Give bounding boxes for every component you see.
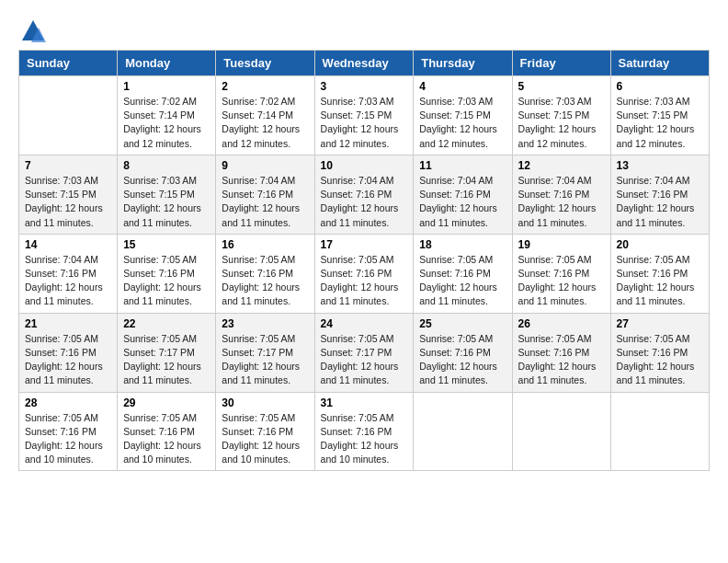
- day-number: 29: [123, 396, 210, 409]
- day-info: Sunrise: 7:02 AMSunset: 7:14 PMDaylight:…: [123, 95, 210, 151]
- calendar-cell: 22Sunrise: 7:05 AMSunset: 7:17 PMDayligh…: [118, 313, 216, 392]
- day-info: Sunrise: 7:05 AMSunset: 7:16 PMDaylight:…: [617, 253, 703, 309]
- day-info: Sunrise: 7:05 AMSunset: 7:16 PMDaylight:…: [321, 253, 408, 309]
- calendar-cell: 27Sunrise: 7:05 AMSunset: 7:16 PMDayligh…: [610, 313, 709, 392]
- calendar-cell: 25Sunrise: 7:05 AMSunset: 7:16 PMDayligh…: [414, 313, 512, 392]
- day-info: Sunrise: 7:05 AMSunset: 7:16 PMDaylight:…: [518, 253, 605, 309]
- calendar-week-row: 21Sunrise: 7:05 AMSunset: 7:16 PMDayligh…: [19, 313, 710, 392]
- day-info: Sunrise: 7:05 AMSunset: 7:16 PMDaylight:…: [25, 411, 111, 467]
- day-number: 30: [222, 396, 308, 409]
- column-header-monday: Monday: [118, 51, 216, 76]
- day-info: Sunrise: 7:05 AMSunset: 7:16 PMDaylight:…: [222, 253, 308, 309]
- day-number: 3: [321, 80, 408, 93]
- day-number: 7: [25, 159, 111, 172]
- calendar-header-row: SundayMondayTuesdayWednesdayThursdayFrid…: [19, 51, 710, 76]
- calendar-cell: 8Sunrise: 7:03 AMSunset: 7:15 PMDaylight…: [118, 155, 216, 234]
- calendar-body: 1Sunrise: 7:02 AMSunset: 7:14 PMDaylight…: [19, 76, 710, 471]
- calendar-cell: 20Sunrise: 7:05 AMSunset: 7:16 PMDayligh…: [610, 234, 709, 313]
- day-number: 16: [222, 238, 308, 251]
- day-info: Sunrise: 7:03 AMSunset: 7:15 PMDaylight:…: [25, 174, 111, 230]
- calendar-cell: 21Sunrise: 7:05 AMSunset: 7:16 PMDayligh…: [19, 313, 118, 392]
- calendar-cell: 30Sunrise: 7:05 AMSunset: 7:16 PMDayligh…: [216, 392, 314, 471]
- day-number: 4: [419, 80, 506, 93]
- day-info: Sunrise: 7:04 AMSunset: 7:16 PMDaylight:…: [25, 253, 111, 309]
- day-number: 17: [321, 238, 408, 251]
- day-number: 14: [25, 238, 111, 251]
- day-info: Sunrise: 7:05 AMSunset: 7:16 PMDaylight:…: [321, 411, 408, 467]
- column-header-wednesday: Wednesday: [314, 51, 414, 76]
- day-info: Sunrise: 7:04 AMSunset: 7:16 PMDaylight:…: [419, 174, 506, 230]
- calendar-cell: 16Sunrise: 7:05 AMSunset: 7:16 PMDayligh…: [216, 234, 314, 313]
- logo: [18, 18, 46, 40]
- calendar-cell: [512, 392, 610, 471]
- calendar-cell: 12Sunrise: 7:04 AMSunset: 7:16 PMDayligh…: [512, 155, 610, 234]
- calendar-cell: 5Sunrise: 7:03 AMSunset: 7:15 PMDaylight…: [512, 76, 610, 155]
- day-info: Sunrise: 7:04 AMSunset: 7:16 PMDaylight:…: [617, 174, 703, 230]
- calendar-cell: 31Sunrise: 7:05 AMSunset: 7:16 PMDayligh…: [314, 392, 414, 471]
- day-info: Sunrise: 7:05 AMSunset: 7:16 PMDaylight:…: [25, 332, 111, 388]
- day-number: 28: [25, 396, 111, 409]
- column-header-saturday: Saturday: [610, 51, 709, 76]
- day-info: Sunrise: 7:02 AMSunset: 7:14 PMDaylight:…: [222, 95, 308, 151]
- day-number: 21: [25, 317, 111, 330]
- day-info: Sunrise: 7:03 AMSunset: 7:15 PMDaylight:…: [419, 95, 506, 151]
- day-number: 1: [123, 80, 210, 93]
- day-number: 11: [419, 159, 506, 172]
- day-number: 22: [123, 317, 210, 330]
- day-info: Sunrise: 7:03 AMSunset: 7:15 PMDaylight:…: [518, 95, 605, 151]
- column-header-sunday: Sunday: [19, 51, 118, 76]
- day-number: 19: [518, 238, 605, 251]
- calendar-week-row: 14Sunrise: 7:04 AMSunset: 7:16 PMDayligh…: [19, 234, 710, 313]
- calendar-cell: 23Sunrise: 7:05 AMSunset: 7:17 PMDayligh…: [216, 313, 314, 392]
- day-info: Sunrise: 7:05 AMSunset: 7:16 PMDaylight:…: [617, 332, 703, 388]
- calendar-cell: 29Sunrise: 7:05 AMSunset: 7:16 PMDayligh…: [118, 392, 216, 471]
- calendar-cell: 7Sunrise: 7:03 AMSunset: 7:15 PMDaylight…: [19, 155, 118, 234]
- day-info: Sunrise: 7:03 AMSunset: 7:15 PMDaylight:…: [123, 174, 210, 230]
- day-number: 31: [321, 396, 408, 409]
- day-info: Sunrise: 7:05 AMSunset: 7:16 PMDaylight:…: [222, 411, 308, 467]
- day-number: 20: [617, 238, 703, 251]
- calendar-week-row: 1Sunrise: 7:02 AMSunset: 7:14 PMDaylight…: [19, 76, 710, 155]
- calendar-cell: 13Sunrise: 7:04 AMSunset: 7:16 PMDayligh…: [610, 155, 709, 234]
- calendar-cell: [19, 76, 118, 155]
- calendar-cell: 2Sunrise: 7:02 AMSunset: 7:14 PMDaylight…: [216, 76, 314, 155]
- day-number: 12: [518, 159, 605, 172]
- page-header: [18, 18, 710, 40]
- calendar-cell: 6Sunrise: 7:03 AMSunset: 7:15 PMDaylight…: [610, 76, 709, 155]
- day-info: Sunrise: 7:05 AMSunset: 7:16 PMDaylight:…: [123, 253, 210, 309]
- day-number: 23: [222, 317, 308, 330]
- day-info: Sunrise: 7:04 AMSunset: 7:16 PMDaylight:…: [321, 174, 408, 230]
- calendar-cell: [610, 392, 709, 471]
- calendar-cell: 1Sunrise: 7:02 AMSunset: 7:14 PMDaylight…: [118, 76, 216, 155]
- day-number: 13: [617, 159, 703, 172]
- column-header-friday: Friday: [512, 51, 610, 76]
- day-info: Sunrise: 7:05 AMSunset: 7:16 PMDaylight:…: [123, 411, 210, 467]
- day-number: 15: [123, 238, 210, 251]
- calendar-cell: 17Sunrise: 7:05 AMSunset: 7:16 PMDayligh…: [314, 234, 414, 313]
- calendar-cell: 28Sunrise: 7:05 AMSunset: 7:16 PMDayligh…: [19, 392, 118, 471]
- day-number: 9: [222, 159, 308, 172]
- column-header-thursday: Thursday: [414, 51, 512, 76]
- day-info: Sunrise: 7:04 AMSunset: 7:16 PMDaylight:…: [222, 174, 308, 230]
- day-number: 5: [518, 80, 605, 93]
- calendar-cell: 11Sunrise: 7:04 AMSunset: 7:16 PMDayligh…: [414, 155, 512, 234]
- day-number: 25: [419, 317, 506, 330]
- calendar-cell: 18Sunrise: 7:05 AMSunset: 7:16 PMDayligh…: [414, 234, 512, 313]
- calendar-cell: 26Sunrise: 7:05 AMSunset: 7:16 PMDayligh…: [512, 313, 610, 392]
- logo-icon: [20, 18, 46, 44]
- calendar-cell: 14Sunrise: 7:04 AMSunset: 7:16 PMDayligh…: [19, 234, 118, 313]
- day-number: 27: [617, 317, 703, 330]
- day-info: Sunrise: 7:05 AMSunset: 7:16 PMDaylight:…: [518, 332, 605, 388]
- day-info: Sunrise: 7:05 AMSunset: 7:17 PMDaylight:…: [222, 332, 308, 388]
- calendar-cell: 19Sunrise: 7:05 AMSunset: 7:16 PMDayligh…: [512, 234, 610, 313]
- column-header-tuesday: Tuesday: [216, 51, 314, 76]
- day-number: 18: [419, 238, 506, 251]
- day-info: Sunrise: 7:03 AMSunset: 7:15 PMDaylight:…: [617, 95, 703, 151]
- calendar-cell: 3Sunrise: 7:03 AMSunset: 7:15 PMDaylight…: [314, 76, 414, 155]
- day-number: 2: [222, 80, 308, 93]
- day-number: 26: [518, 317, 605, 330]
- calendar-cell: 4Sunrise: 7:03 AMSunset: 7:15 PMDaylight…: [414, 76, 512, 155]
- day-info: Sunrise: 7:03 AMSunset: 7:15 PMDaylight:…: [321, 95, 408, 151]
- calendar-week-row: 7Sunrise: 7:03 AMSunset: 7:15 PMDaylight…: [19, 155, 710, 234]
- day-info: Sunrise: 7:05 AMSunset: 7:16 PMDaylight:…: [419, 253, 506, 309]
